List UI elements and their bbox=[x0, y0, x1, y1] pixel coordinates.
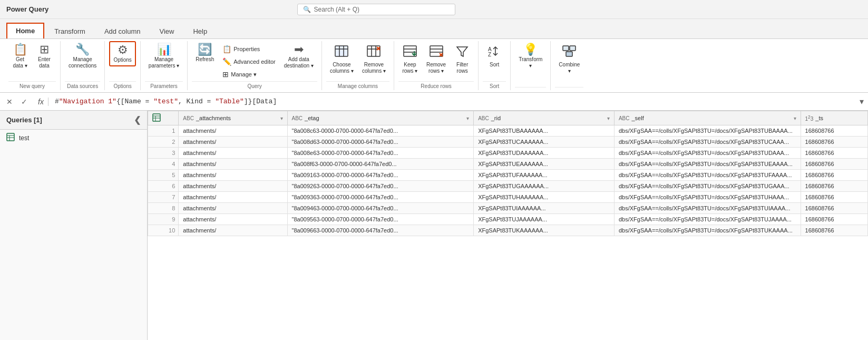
svg-rect-26 bbox=[7, 133, 14, 141]
col-label-rid: _rid bbox=[491, 115, 501, 121]
ribbon: 📋 Getdata ▾ ⊞ Enterdata New query 🔧 Mana… bbox=[0, 39, 868, 93]
combine-button[interactable]: Combine▾ bbox=[555, 41, 583, 77]
col-dropdown-attachments[interactable]: ▾ bbox=[280, 115, 283, 121]
cell-rid: XFgSAPt83TUHAAAAAA... bbox=[474, 192, 615, 203]
tab-home[interactable]: Home bbox=[6, 23, 44, 38]
svg-rect-23 bbox=[563, 46, 569, 51]
manage-icon: ⊞ bbox=[222, 70, 229, 79]
advanced-editor-button[interactable]: ✏️ Advanced editor bbox=[219, 56, 279, 67]
advanced-editor-icon: ✏️ bbox=[222, 57, 231, 66]
choose-columns-button[interactable]: Choosecolumns ▾ bbox=[326, 41, 357, 77]
cell-self: dbs/XFgSAA==/colls/XFgSAPt83TU=/docs/XFg… bbox=[614, 214, 801, 225]
cell-attachments: attachments/ bbox=[179, 192, 287, 203]
sort-button[interactable]: A Z Sort bbox=[483, 41, 506, 71]
col-dropdown-rid[interactable]: ▾ bbox=[607, 115, 610, 121]
row-number: 2 bbox=[148, 137, 179, 148]
sidebar-title: Queries [1] bbox=[6, 116, 42, 124]
enter-data-button[interactable]: ⊞ Enterdata bbox=[33, 41, 56, 72]
table-row: 9attachments/"8a009563-0000-0700-0000-64… bbox=[148, 214, 868, 225]
manage-button[interactable]: ⊞ Manage ▾ bbox=[219, 69, 279, 80]
get-data-label: Getdata ▾ bbox=[13, 56, 27, 69]
col-header-ts[interactable]: 123 _ts bbox=[801, 111, 867, 125]
cell-self: dbs/XFgSAA==/colls/XFgSAPt83TU=/docs/XFg… bbox=[614, 125, 801, 137]
get-data-button[interactable]: 📋 Getdata ▾ bbox=[8, 41, 32, 72]
keep-rows-button[interactable]: Keeprows ▾ bbox=[398, 41, 422, 77]
formula-confirm-icon[interactable]: ✓ bbox=[19, 96, 30, 107]
cell-rid: XFgSAPt83TUGAAAAAA... bbox=[474, 181, 615, 192]
refresh-button[interactable]: 🔄 Refresh bbox=[192, 41, 218, 65]
cell-self: dbs/XFgSAA==/colls/XFgSAPt83TU=/docs/XFg… bbox=[614, 181, 801, 192]
cell-attachments: attachments/ bbox=[179, 125, 287, 137]
col-header-self[interactable]: ABC _self ▾ bbox=[614, 111, 801, 125]
svg-rect-24 bbox=[570, 46, 576, 51]
manage-connections-button[interactable]: 🔧 Manageconnections bbox=[65, 41, 100, 72]
ribbon-group-reduce-rows-label: Reduce rows bbox=[398, 81, 474, 90]
tab-bar: Home Transform Add column View Help bbox=[0, 19, 868, 39]
col-label-ts: _ts bbox=[815, 115, 823, 121]
formula-content[interactable]: #"Navigation 1"{[Name = "test", Kind = "… bbox=[55, 98, 855, 105]
transform-button[interactable]: 💡 Transform▾ bbox=[515, 41, 546, 72]
ribbon-group-data-sources-label: Data sources bbox=[65, 81, 100, 90]
enter-data-icon: ⊞ bbox=[40, 44, 49, 55]
properties-icon: 📋 bbox=[222, 45, 231, 53]
row-number: 3 bbox=[148, 148, 179, 159]
cell-ts: 168608766 bbox=[801, 214, 867, 225]
remove-rows-icon bbox=[429, 44, 444, 61]
get-data-icon: 📋 bbox=[13, 44, 27, 55]
table-row: 6attachments/"8a009263-0000-0700-0000-64… bbox=[148, 181, 868, 192]
table-row: 5attachments/"8a009163-0000-0700-0000-64… bbox=[148, 170, 868, 181]
cell-attachments: attachments/ bbox=[179, 181, 287, 192]
data-grid[interactable]: ABC _attachments ▾ ABC _etag ▾ bbox=[148, 111, 868, 340]
remove-rows-button[interactable]: Removerows ▾ bbox=[423, 41, 450, 77]
transform-icon: 💡 bbox=[523, 44, 538, 55]
table-icon bbox=[6, 133, 15, 143]
cell-attachments: attachments/ bbox=[179, 148, 287, 159]
data-table: ABC _attachments ▾ ABC _etag ▾ bbox=[148, 111, 868, 236]
cell-attachments: attachments/ bbox=[179, 137, 287, 148]
filter-rows-button[interactable]: Filterrows bbox=[451, 41, 474, 77]
choose-columns-label: Choosecolumns ▾ bbox=[330, 62, 354, 74]
col-dropdown-self[interactable]: ▾ bbox=[794, 115, 796, 121]
cell-self: dbs/XFgSAA==/colls/XFgSAPt83TU=/docs/XFg… bbox=[614, 192, 801, 203]
choose-columns-icon bbox=[334, 44, 349, 61]
col-type-rid: ABC bbox=[478, 115, 489, 121]
svg-marker-19 bbox=[457, 47, 467, 56]
sidebar-item-test[interactable]: test bbox=[0, 130, 147, 147]
cell-ts: 168608766 bbox=[801, 125, 867, 137]
options-button[interactable]: ⚙ Options bbox=[109, 41, 135, 66]
formula-bar: ✕ ✓ fx #"Navigation 1"{[Name = "test", K… bbox=[0, 93, 868, 111]
cell-ts: 168608766 bbox=[801, 170, 867, 181]
sidebar: Queries [1] ❮ test bbox=[0, 111, 148, 340]
tab-add-column[interactable]: Add column bbox=[95, 24, 150, 38]
sidebar-collapse-button[interactable]: ❮ bbox=[134, 115, 141, 125]
row-number: 9 bbox=[148, 214, 179, 225]
ribbon-group-sort: A Z Sort Sort bbox=[479, 41, 511, 90]
app-title: Power Query bbox=[6, 5, 48, 13]
enter-data-label: Enterdata bbox=[38, 56, 51, 69]
formula-cancel-icon[interactable]: ✕ bbox=[4, 96, 15, 107]
col-header-rid[interactable]: ABC _rid ▾ bbox=[474, 111, 615, 125]
cell-self: dbs/XFgSAA==/colls/XFgSAPt83TU=/docs/XFg… bbox=[614, 148, 801, 159]
formula-collapse-icon[interactable]: ▾ bbox=[860, 96, 864, 106]
tab-help[interactable]: Help bbox=[184, 24, 216, 38]
tab-transform[interactable]: Transform bbox=[45, 24, 94, 38]
manage-parameters-icon: 📊 bbox=[157, 44, 171, 55]
add-data-destination-button[interactable]: ➡ Add datadestination ▾ bbox=[280, 41, 317, 72]
ribbon-group-transform-label bbox=[515, 87, 546, 90]
manage-parameters-button[interactable]: 📊 Manageparameters ▾ bbox=[145, 41, 183, 72]
properties-button[interactable]: 📋 Properties bbox=[219, 43, 279, 55]
table-row: 3attachments/"8a008e63-0000-0700-0000-64… bbox=[148, 148, 868, 159]
col-dropdown-etag[interactable]: ▾ bbox=[466, 115, 469, 121]
row-number: 4 bbox=[148, 159, 179, 170]
col-header-attachments[interactable]: ABC _attachments ▾ bbox=[179, 111, 287, 125]
keep-rows-icon bbox=[403, 44, 417, 61]
table-row: 10attachments/"8a009663-0000-0700-0000-6… bbox=[148, 225, 868, 236]
cell-rid: XFgSAPt83TUEAAAAAA... bbox=[474, 159, 615, 170]
col-header-etag[interactable]: ABC _etag ▾ bbox=[287, 111, 474, 125]
add-data-destination-label: Add datadestination ▾ bbox=[284, 56, 314, 69]
remove-columns-button[interactable]: Removecolumns ▾ bbox=[358, 41, 389, 77]
search-bar[interactable]: 🔍 Search (Alt + Q) bbox=[297, 4, 455, 15]
tab-view[interactable]: View bbox=[151, 24, 183, 38]
table-row: 2attachments/"8a008d63-0000-0700-0000-64… bbox=[148, 137, 868, 148]
ribbon-group-reduce-rows: Keeprows ▾ Removerows ▾ bbox=[394, 41, 479, 90]
